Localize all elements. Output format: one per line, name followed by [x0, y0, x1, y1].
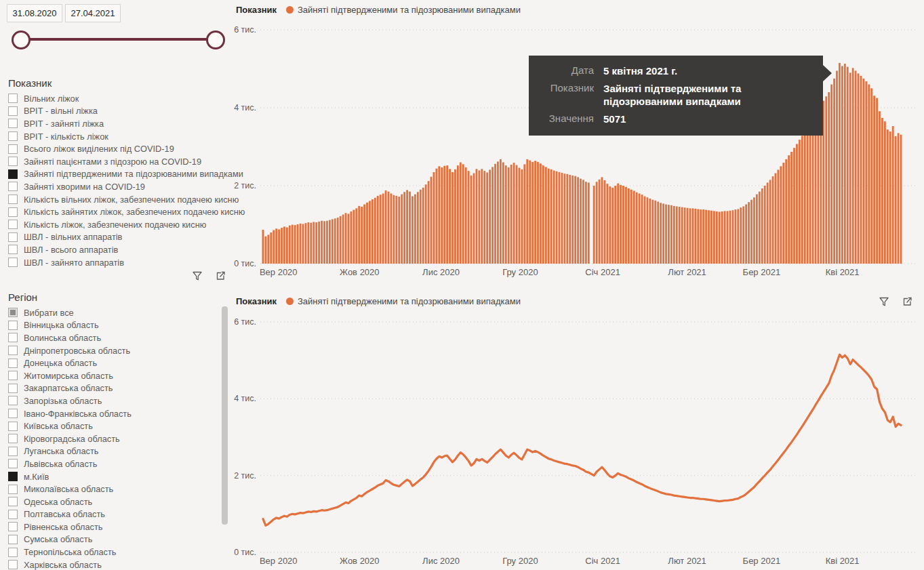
region-option[interactable]: Луганська область: [8, 445, 226, 458]
indicator-option[interactable]: Зайняті хворими на COVID-19: [8, 180, 226, 193]
region-option[interactable]: Запорізька область: [8, 394, 226, 407]
region-option[interactable]: Одеська область: [8, 495, 226, 508]
checkbox-unchecked[interactable]: [8, 459, 18, 468]
checkbox-label: ВРІТ - зайняті ліжка: [24, 119, 104, 129]
indicator-option[interactable]: ВРІТ - зайняті ліжка: [8, 117, 226, 130]
checkbox-label: м.Київ: [24, 472, 49, 482]
checkbox-unchecked[interactable]: [8, 232, 18, 242]
checkbox-unchecked[interactable]: [8, 131, 18, 141]
checkbox-checked[interactable]: [8, 169, 18, 179]
region-option[interactable]: Тернопільська область: [8, 546, 226, 558]
bar-chart-plot[interactable]: 0 тис.2 тис.4 тис.6 тис.Вер 2020Жов 2020…: [230, 0, 924, 279]
tooltip-row-value: Зайняті підтвердженими та підозрюваними …: [603, 82, 811, 108]
indicator-option[interactable]: Зайняті підтвердженими та підозрюваними …: [8, 168, 226, 181]
line-chart-plot[interactable]: 0 тис.2 тис.4 тис.6 тис.Вер 2020Жов 2020…: [230, 290, 924, 568]
svg-text:Кві 2021: Кві 2021: [826, 267, 860, 277]
checkbox-label: Зайняті хворими на COVID-19: [24, 182, 145, 192]
region-list-scrollbar[interactable]: [222, 306, 228, 525]
region-option[interactable]: Івано-Франківська область: [8, 407, 226, 420]
checkbox-unchecked[interactable]: [8, 409, 18, 418]
checkbox-unchecked[interactable]: [8, 182, 18, 191]
checkbox-label: Івано-Франківська область: [24, 409, 132, 419]
region-option[interactable]: Житомирська область: [8, 369, 226, 382]
region-option[interactable]: Волинська область: [8, 331, 226, 344]
indicator-option[interactable]: Кількість вільних ліжок, забезпечених по…: [8, 193, 226, 206]
checkbox-unchecked[interactable]: [8, 422, 18, 431]
checkbox-unchecked[interactable]: [8, 359, 18, 368]
indicator-option[interactable]: Кількість зайнятих ліжок, забезпечених п…: [8, 205, 226, 218]
svg-text:Лют 2021: Лют 2021: [668, 556, 706, 566]
date-slider-track[interactable]: [20, 38, 215, 41]
indicator-option[interactable]: ВРІТ - кількість ліжок: [8, 130, 226, 143]
region-option[interactable]: Дніпропетровська область: [8, 344, 226, 357]
focus-mode-icon[interactable]: [898, 293, 915, 310]
checkbox-label: Зайняті пацієнтами з підозрою на COVID-1…: [24, 157, 201, 167]
svg-text:Бер 2021: Бер 2021: [743, 556, 781, 566]
region-option[interactable]: Миколаївська область: [8, 483, 226, 495]
checkbox-unchecked[interactable]: [8, 333, 18, 342]
checkbox-unchecked[interactable]: [8, 346, 18, 355]
indicator-option[interactable]: Кількість ліжок, забезпечених подачею ки…: [8, 218, 226, 231]
checkbox-unchecked[interactable]: [8, 434, 18, 443]
checkbox-unchecked[interactable]: [8, 535, 18, 544]
indicator-option[interactable]: Зайняті пацієнтами з підозрою на COVID-1…: [8, 155, 226, 168]
date-start-input[interactable]: 31.08.2020: [7, 4, 62, 22]
checkbox-unchecked[interactable]: [8, 144, 18, 154]
checkbox-unchecked[interactable]: [8, 510, 18, 519]
checkbox-unchecked[interactable]: [8, 371, 18, 380]
checkbox-unchecked[interactable]: [8, 157, 18, 166]
indicator-panel-title: Показник: [8, 77, 52, 89]
indicator-option[interactable]: ШВЛ - всього аппаратів: [8, 243, 226, 256]
checkbox-unchecked[interactable]: [8, 119, 18, 128]
filter-icon[interactable]: [875, 293, 892, 310]
filter-icon[interactable]: [188, 267, 205, 284]
line-series[interactable]: [263, 354, 901, 525]
checkbox-unchecked[interactable]: [8, 384, 18, 393]
region-option[interactable]: Вибрати все: [8, 306, 226, 319]
checkbox-unchecked[interactable]: [8, 485, 18, 494]
region-option[interactable]: Львівська область: [8, 457, 226, 470]
indicator-option[interactable]: ВРІТ - вільні ліжка: [8, 105, 226, 118]
region-option[interactable]: Київська область: [8, 420, 226, 432]
checkbox-unchecked[interactable]: [8, 195, 18, 204]
region-option[interactable]: Закарпатська область: [8, 382, 226, 395]
region-checkbox-list: Вибрати всеВінницька областьВолинська об…: [8, 306, 226, 570]
focus-mode-icon[interactable]: [212, 267, 228, 284]
region-option[interactable]: Полтавська область: [8, 508, 226, 521]
checkbox-label: ШВЛ - всього аппаратів: [24, 245, 118, 255]
date-end-input[interactable]: 27.04.2021: [65, 4, 121, 22]
slider-handle-end[interactable]: [206, 30, 225, 49]
checkbox-unchecked[interactable]: [8, 258, 18, 267]
region-option[interactable]: Донецька область: [8, 357, 226, 369]
checkbox-unchecked[interactable]: [8, 447, 18, 456]
checkbox-unchecked[interactable]: [8, 396, 18, 405]
checkbox-unchecked[interactable]: [8, 106, 18, 116]
checkbox-unchecked[interactable]: [8, 321, 18, 330]
checkbox-unchecked[interactable]: [8, 245, 18, 254]
checkbox-unchecked[interactable]: [8, 548, 18, 557]
region-option[interactable]: Кіровоградська область: [8, 432, 226, 445]
line-chart-visual: 0 тис.2 тис.4 тис.6 тис.Вер 2020Жов 2020…: [230, 290, 924, 570]
checkbox-checked[interactable]: [8, 472, 18, 481]
checkbox-partial[interactable]: [8, 308, 18, 317]
checkbox-unchecked[interactable]: [8, 94, 18, 103]
chart-legend: Показник Зайняті підтвердженими та підоз…: [236, 296, 521, 306]
checkbox-unchecked[interactable]: [8, 560, 18, 569]
region-option[interactable]: Харківська область: [8, 558, 226, 570]
tooltip-row-value: 5 квітня 2021 г.: [603, 64, 811, 78]
indicator-option[interactable]: ШВЛ - вільних аппаратів: [8, 231, 226, 244]
checkbox-unchecked[interactable]: [8, 497, 18, 506]
checkbox-unchecked[interactable]: [8, 220, 18, 229]
checkbox-label: Донецька область: [24, 358, 97, 368]
region-option[interactable]: м.Київ: [8, 470, 226, 483]
slider-handle-start[interactable]: [12, 30, 31, 49]
region-option[interactable]: Сумська область: [8, 533, 226, 546]
checkbox-unchecked[interactable]: [8, 522, 18, 531]
region-option[interactable]: Вінницька область: [8, 319, 226, 332]
legend-title: Показник: [236, 5, 277, 15]
checkbox-label: Львівська область: [24, 459, 97, 469]
region-option[interactable]: Рівненська область: [8, 521, 226, 533]
indicator-option[interactable]: Вільних ліжок: [8, 92, 226, 105]
indicator-option[interactable]: Всього ліжок виділених під COVID-19: [8, 142, 226, 155]
checkbox-unchecked[interactable]: [8, 207, 18, 217]
